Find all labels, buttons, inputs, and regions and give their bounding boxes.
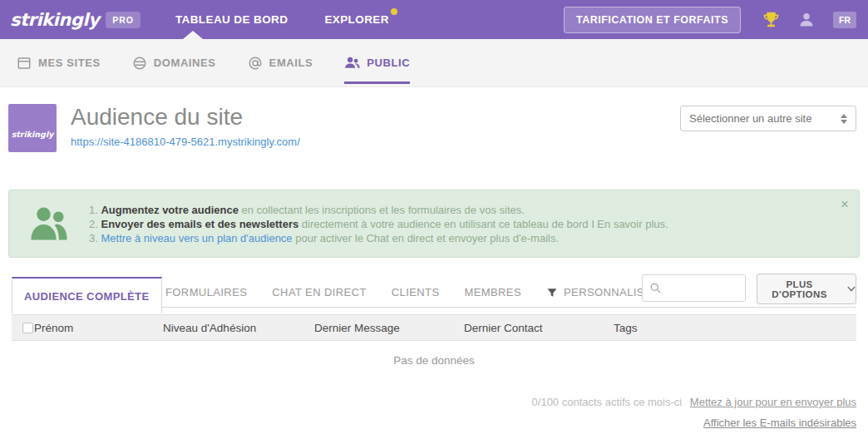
tab-members[interactable]: MEMBRES <box>451 286 534 298</box>
strikingly-logo[interactable]: strikingly <box>10 10 99 30</box>
select-arrows-icon <box>841 114 847 124</box>
topbar-right-group: TARIFICATION ET FORFAITS FR <box>564 7 856 33</box>
column-header-last-message: Dernier Message <box>314 322 464 334</box>
column-header-tags: Tags <box>614 322 856 334</box>
pro-badge: PRO <box>106 12 141 28</box>
banner-line-2: 2. Envoyer des emails et des newsletters… <box>89 217 668 231</box>
pricing-plans-button[interactable]: TARIFICATION ET FORFAITS <box>564 7 741 33</box>
brand-logo-group[interactable]: strikingly PRO <box>10 10 141 30</box>
search-icon <box>649 282 662 294</box>
at-sign-icon <box>248 56 263 71</box>
globe-icon <box>132 56 147 71</box>
tab-live-chat[interactable]: CHAT EN DIRECT <box>259 286 378 298</box>
top-nav-items: TABLEAU DE BORD EXPLORER <box>175 13 389 26</box>
language-badge[interactable]: FR <box>833 12 856 28</box>
subnav-label: EMAILS <box>269 57 313 69</box>
column-header-last-contact: Dernier Contact <box>464 322 614 334</box>
upgrade-plan-link[interactable]: Mettre à niveau vers un plan d'audience <box>101 232 292 244</box>
subnav-audience[interactable]: PUBLIC <box>344 39 410 86</box>
column-header-membership: Niveau d'Adhésion <box>163 322 314 334</box>
nav-dashboard[interactable]: TABLEAU DE BORD <box>175 13 289 26</box>
subnav-my-sites[interactable]: MES SITES <box>17 39 101 86</box>
column-header-first-name: Prénom <box>34 322 163 334</box>
site-url-link[interactable]: https://site-4186810-479-5621.mystriking… <box>71 136 300 148</box>
tab-forms[interactable]: FORMULAIRES <box>153 286 259 298</box>
avatar-label: strikingly <box>12 130 54 139</box>
notification-dot <box>391 8 397 15</box>
banner-text-block: 1. Augmentez votre audience en collectan… <box>89 203 668 245</box>
top-navigation-bar: strikingly PRO TABLEAU DE BORD EXPLORER … <box>0 0 868 39</box>
tab-clients[interactable]: CLIENTS <box>379 286 452 298</box>
subnav-emails[interactable]: EMAILS <box>248 39 313 86</box>
subnav-label: MES SITES <box>38 57 101 69</box>
site-selector-dropdown[interactable]: Sélectionner un autre site <box>680 106 856 131</box>
footer: 0/100 contacts actifs ce mois-ci Mettez … <box>12 396 856 429</box>
quota-line: 0/100 contacts actifs ce mois-ci Mettez … <box>12 396 856 408</box>
audience-info-banner: 1. Augmentez votre audience en collectan… <box>8 190 860 258</box>
audience-table-header: Prénom Niveau d'Adhésion Dernier Message… <box>12 314 856 341</box>
show-spam-emails-link[interactable]: Afficher les E-mails indésirables <box>703 417 856 429</box>
sites-window-icon <box>17 56 32 71</box>
site-header: strikingly Audience du site https://site… <box>0 87 868 190</box>
search-input[interactable] <box>662 282 728 294</box>
contacts-quota-text: 0/100 contacts actifs ce mois-ci <box>532 396 683 408</box>
upgrade-quota-link[interactable]: Mettez à jour pour en envoyer plus <box>690 396 856 408</box>
select-all-checkbox[interactable] <box>22 323 33 333</box>
chevron-down-icon <box>847 286 856 292</box>
active-nav-notch <box>183 31 203 39</box>
close-icon[interactable]: × <box>841 197 849 211</box>
subnav-domains[interactable]: DOMAINES <box>132 39 216 86</box>
site-selector-value: Sélectionner un autre site <box>689 112 841 125</box>
people-icon <box>344 55 360 71</box>
tab-full-audience[interactable]: AUDIENCE COMPLÈTE <box>12 277 162 313</box>
spam-line: Afficher les E-mails indésirables <box>12 417 856 429</box>
empty-state-message: Pas de données <box>0 341 868 379</box>
more-options-button[interactable]: PLUS D'OPTIONS <box>757 274 856 304</box>
active-tab-underline <box>344 81 410 84</box>
banner-line-1: 1. Augmentez votre audience en collectan… <box>89 203 668 217</box>
site-avatar[interactable]: strikingly <box>8 104 57 152</box>
account-person-icon[interactable] <box>798 12 815 28</box>
audience-toolbar: AUDIENCE COMPLÈTE FORMULAIRES CHAT EN DI… <box>12 277 856 308</box>
search-box[interactable] <box>642 274 746 302</box>
tab-list: FORMULAIRES CHAT EN DIRECT CLIENTS MEMBR… <box>153 277 673 308</box>
nav-explore[interactable]: EXPLORER <box>324 13 388 26</box>
dashboard-subnav: MES SITES DOMAINES EMAILS PUBLIC <box>0 39 868 87</box>
banner-line-3: 3. Mettre à niveau vers un plan d'audien… <box>89 231 668 245</box>
subnav-label: PUBLIC <box>367 57 410 69</box>
audience-people-icon <box>9 202 89 245</box>
filter-icon <box>546 287 558 298</box>
trophy-icon[interactable] <box>762 11 780 28</box>
subnav-label: DOMAINES <box>154 57 216 69</box>
